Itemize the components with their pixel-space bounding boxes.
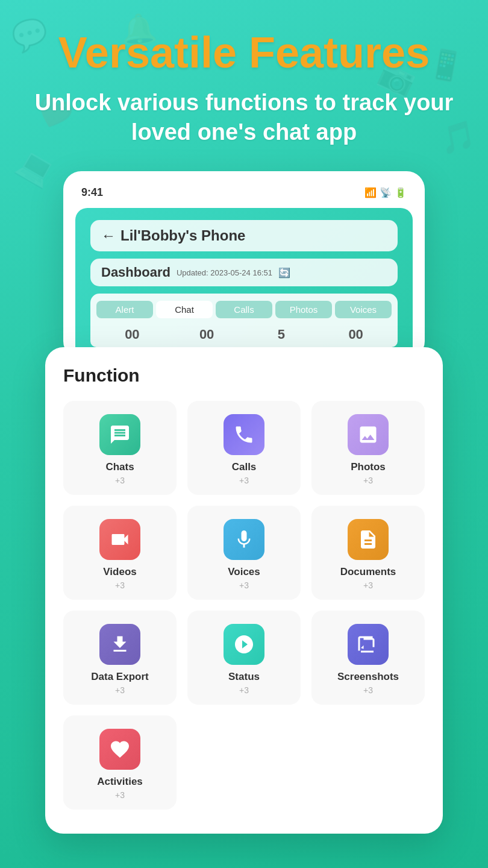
phone-back-row: ← Lil'Bobby's Phone xyxy=(90,220,398,251)
refresh-icon: 🔄 xyxy=(278,267,290,278)
function-item-documents[interactable]: Documents +3 xyxy=(311,506,425,600)
activities-icon xyxy=(99,729,140,770)
documents-label: Documents xyxy=(340,566,396,578)
phone-mockup: 9:41 📶 📡 🔋 ← Lil'Bobby's Phone Dashboard… xyxy=(63,171,425,359)
function-item-videos[interactable]: Videos +3 xyxy=(63,506,177,600)
function-panel: Function Chats +3 Calls +3 xyxy=(45,347,443,834)
updated-text: Updated: 2023-05-24 16:51 xyxy=(177,268,272,277)
main-title: Versatile Features xyxy=(18,30,470,76)
chats-icon xyxy=(99,414,140,455)
chats-count: +3 xyxy=(115,476,125,485)
status-icons: 📶 📡 🔋 xyxy=(364,187,407,198)
activities-label: Activities xyxy=(97,776,143,788)
tab-alert[interactable]: Alert xyxy=(96,301,153,318)
tab-chat[interactable]: Chat xyxy=(156,301,213,318)
documents-count: +3 xyxy=(363,580,373,590)
page-content: Versatile Features Unlock various functi… xyxy=(0,0,488,858)
function-item-calls[interactable]: Calls +3 xyxy=(187,401,301,495)
calls-label: Calls xyxy=(232,461,257,473)
videos-icon xyxy=(99,519,140,560)
voices-label: Voices xyxy=(228,566,260,578)
tab-photos[interactable]: Photos xyxy=(275,301,332,318)
function-item-chats[interactable]: Chats +3 xyxy=(63,401,177,495)
phone-numbers-row: 00 00 5 00 xyxy=(90,322,398,347)
screenshots-label: Screenshots xyxy=(337,671,399,683)
phone-dashboard-row: Dashboard Updated: 2023-05-24 16:51 🔄 xyxy=(90,259,398,286)
dashboard-label: Dashboard xyxy=(101,265,170,280)
data-export-icon xyxy=(99,624,140,665)
function-item-screenshots[interactable]: Screenshots +3 xyxy=(311,611,425,705)
function-item-data-export[interactable]: Data Export +3 xyxy=(63,611,177,705)
photos-label: Photos xyxy=(351,461,386,473)
back-arrow-icon: ← xyxy=(101,227,116,244)
status-label: Status xyxy=(228,671,260,683)
photos-icon xyxy=(348,414,389,455)
function-item-status[interactable]: Status +3 xyxy=(187,611,301,705)
function-item-photos[interactable]: Photos +3 xyxy=(311,401,425,495)
num-1: 00 xyxy=(171,327,243,342)
status-icon xyxy=(224,624,264,665)
signal-icon: 📶 xyxy=(364,187,377,198)
chats-label: Chats xyxy=(105,461,134,473)
function-grid: Chats +3 Calls +3 Photos +3 xyxy=(63,401,425,810)
calls-icon xyxy=(224,414,264,455)
calls-count: +3 xyxy=(239,476,249,485)
phone-header: ← Lil'Bobby's Phone Dashboard Updated: 2… xyxy=(75,208,413,359)
num-3: 00 xyxy=(320,327,392,342)
videos-label: Videos xyxy=(103,566,136,578)
status-count: +3 xyxy=(239,685,249,695)
function-item-voices[interactable]: Voices +3 xyxy=(187,506,301,600)
screenshots-count: +3 xyxy=(363,685,373,695)
videos-count: +3 xyxy=(115,580,125,590)
phone-tabs: Alert Chat Calls Photos Voices xyxy=(90,294,398,322)
tab-voices[interactable]: Voices xyxy=(335,301,392,318)
photos-count: +3 xyxy=(363,476,373,485)
activities-count: +3 xyxy=(115,790,125,800)
wifi-icon: 📡 xyxy=(380,187,392,198)
phone-time: 9:41 xyxy=(81,186,103,199)
phone-status-bar: 9:41 📶 📡 🔋 xyxy=(75,183,413,202)
battery-icon: 🔋 xyxy=(395,187,407,198)
num-0: 00 xyxy=(96,327,168,342)
voices-count: +3 xyxy=(239,580,249,590)
documents-icon xyxy=(348,519,389,560)
data-export-count: +3 xyxy=(115,685,125,695)
num-2: 5 xyxy=(246,327,318,342)
device-name: Lil'Bobby's Phone xyxy=(120,227,245,244)
function-panel-title: Function xyxy=(63,365,425,386)
voices-icon xyxy=(224,519,264,560)
function-item-activities[interactable]: Activities +3 xyxy=(63,715,177,810)
screenshots-icon xyxy=(348,624,389,665)
data-export-label: Data Export xyxy=(91,671,148,683)
tab-calls[interactable]: Calls xyxy=(216,301,272,318)
subtitle: Unlock various functions to track your l… xyxy=(18,88,470,148)
